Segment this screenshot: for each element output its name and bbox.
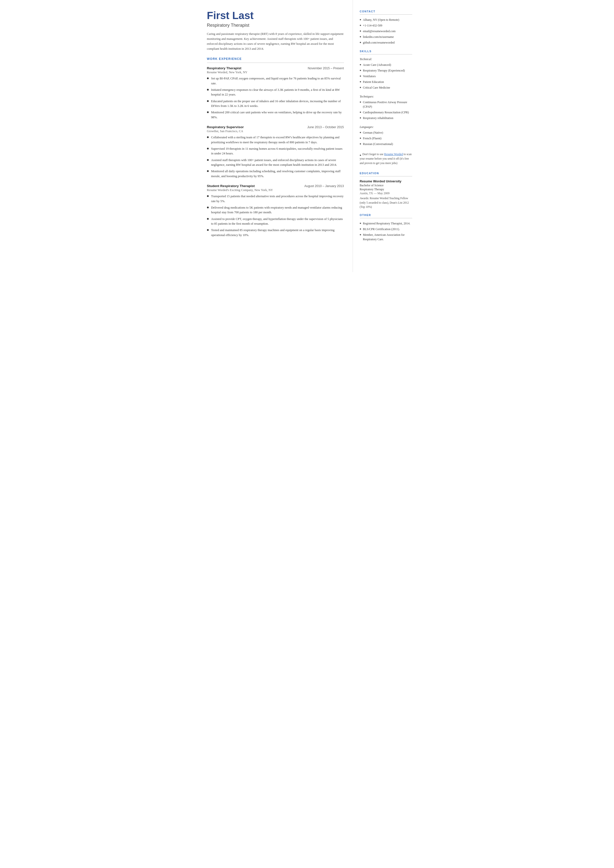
list-item: Collaborated with a sterling team of 17 …	[207, 135, 344, 145]
promo-link[interactable]: Resume Worded	[384, 153, 403, 156]
skills-header: SKILLS	[360, 50, 412, 53]
bullet-icon	[360, 112, 361, 113]
right-column: CONTACT Albany, NY (Open to Remote) +1-1…	[353, 0, 419, 272]
techniques-skills-list: Continuous Positive Airway Pressure (CPA…	[360, 100, 412, 120]
bullet-icon	[360, 228, 361, 230]
job-block-1: Respiratory Therapist November 2015 – Pr…	[207, 66, 344, 120]
bullet-icon	[207, 89, 209, 90]
job-dates-2: June 2013 – October 2015	[307, 126, 344, 129]
job-dates-1: November 2015 – Present	[308, 67, 344, 70]
bullet-icon	[360, 76, 361, 77]
list-item: Registered Respiratory Therapist, 2014.	[360, 221, 412, 226]
list-item: Ventilators	[360, 74, 412, 78]
job-company-2: Growthsi, San Francisco, CA	[207, 129, 344, 133]
list-item: github.com/resumeworded	[360, 40, 412, 45]
list-item: Assisted staff therapists with 100+ pati…	[207, 158, 344, 168]
summary: Caring and passionate respiratory therap…	[207, 31, 344, 51]
list-item: Transported 15 patients that needed alte…	[207, 194, 344, 203]
job-bullets-3: Transported 15 patients that needed alte…	[207, 194, 344, 238]
job-company-3: Resume Worded's Exciting Company, New Yo…	[207, 188, 344, 192]
job-header-row-1: Respiratory Therapist November 2015 – Pr…	[207, 66, 344, 70]
bullet-icon	[207, 148, 209, 149]
list-item: Delivered drug medications to 5K patient…	[207, 205, 344, 215]
education-degree: Bachelor of Science	[360, 183, 412, 187]
job-block-2: Respiratory Supervisor June 2013 – Octob…	[207, 125, 344, 179]
job-title-3: Student Respiratory Therapist	[207, 184, 255, 188]
bullet-icon	[207, 78, 209, 79]
languages-skills-block: Languages: German (Native) French (Fluen…	[360, 125, 412, 146]
bullet-icon	[207, 159, 209, 161]
list-item: Monitored all daily operations including…	[207, 169, 344, 179]
languages-label: Languages:	[360, 125, 412, 129]
list-item: Patient Education	[360, 80, 412, 84]
promo-box: Don't forget to use Resume Worded to sca…	[360, 151, 412, 166]
bullet-icon	[360, 25, 361, 26]
bullet-icon	[207, 195, 209, 197]
work-experience-header: WORK EXPERIENCE	[207, 57, 344, 61]
list-item: Albany, NY (Open to Remote)	[360, 17, 412, 22]
contact-list: Albany, NY (Open to Remote) +1-114-432-5…	[360, 17, 412, 45]
contact-divider	[360, 14, 412, 15]
bullet-icon	[207, 111, 209, 113]
bullet-icon	[360, 30, 361, 32]
education-school: Resume Worded University	[360, 179, 412, 183]
list-item: Set up BI-PAP, CPAP, oxygen compressors,…	[207, 76, 344, 86]
bullet-icon	[360, 81, 361, 82]
list-item: Member, American Association for Respira…	[360, 233, 412, 242]
bullet-icon	[360, 87, 361, 88]
bullet-icon	[360, 155, 361, 156]
left-column: First Last Respiratory Therapist Caring …	[196, 0, 353, 272]
other-divider	[360, 218, 412, 218]
list-item: Respiratory Therapy (Experienced)	[360, 68, 412, 73]
bullet-icon	[207, 100, 209, 102]
job-header-row-2: Respiratory Supervisor June 2013 – Octob…	[207, 125, 344, 129]
job-title: Respiratory Therapist	[207, 23, 344, 28]
job-dates-3: August 2010 – January 2013	[304, 184, 344, 188]
bullet-icon	[207, 218, 209, 220]
bullet-icon	[360, 117, 361, 118]
skills-divider	[360, 54, 412, 54]
bullet-icon	[360, 101, 361, 103]
technical-skills-block: Technical: Acute Care (Advanced) Respira…	[360, 57, 412, 90]
list-item: Continuous Positive Airway Pressure (CPA…	[360, 100, 412, 109]
list-item: Tested and maintained 85 respiratory the…	[207, 228, 344, 238]
list-item: German (Native)	[360, 130, 412, 135]
list-item: Russian (Conversational)	[360, 142, 412, 146]
contact-header: CONTACT	[360, 10, 412, 13]
name: First Last	[207, 10, 344, 21]
bullet-icon	[360, 19, 361, 20]
bullet-icon	[207, 229, 209, 231]
list-item: Monitored 200 critical care unit patient…	[207, 110, 344, 120]
job-title-1: Respiratory Therapist	[207, 66, 242, 70]
list-item: Educated patients on the proper use of i…	[207, 99, 344, 109]
list-item: email@resumeworded.com	[360, 29, 412, 33]
list-item: Critical Care Medicine	[360, 85, 412, 90]
techniques-label: Techniques:	[360, 95, 412, 98]
list-item: linkedin.com/in/username	[360, 35, 412, 39]
list-item: Supervised 19 therapists in 11 nursing h…	[207, 146, 344, 156]
bullet-icon	[207, 207, 209, 208]
bullet-icon	[360, 143, 361, 144]
list-item: Cardiopulmonary Resuscitation (CPR)	[360, 110, 412, 115]
job-header-row-3: Student Respiratory Therapist August 201…	[207, 184, 344, 188]
job-bullets-1: Set up BI-PAP, CPAP, oxygen compressors,…	[207, 76, 344, 120]
list-item: Initiated emergency responses to clear t…	[207, 88, 344, 97]
bullet-icon	[360, 64, 361, 65]
technical-label: Technical:	[360, 57, 412, 61]
list-item: Acute Care (Advanced)	[360, 63, 412, 67]
bullet-icon	[360, 138, 361, 139]
education-field: Respiratory Therapy	[360, 188, 412, 191]
list-item: Assisted to provide CPT, oxygen therapy,…	[207, 217, 344, 227]
list-item: Respiratory rehabilitation	[360, 116, 412, 120]
job-block-3: Student Respiratory Therapist August 201…	[207, 184, 344, 238]
job-title-2: Respiratory Supervisor	[207, 125, 244, 129]
bullet-icon	[360, 223, 361, 224]
other-header: OTHER	[360, 214, 412, 216]
education-awards: Awards: Resume Worded Teaching Fellow (o…	[360, 196, 412, 209]
bullet-icon	[360, 70, 361, 71]
job-company-1: Resume Worded, New York, NY	[207, 70, 344, 74]
languages-list: German (Native) French (Fluent) Russian …	[360, 130, 412, 146]
techniques-skills-block: Techniques: Continuous Positive Airway P…	[360, 95, 412, 120]
list-item: +1-114-432-509	[360, 23, 412, 28]
bullet-icon	[360, 132, 361, 133]
